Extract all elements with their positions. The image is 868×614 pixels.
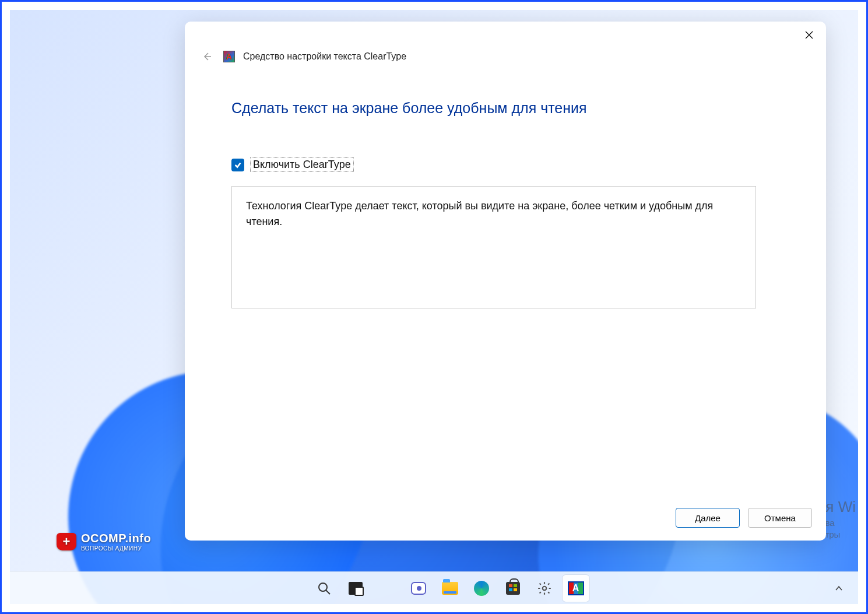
watermark-subtitle: ВОПРОСЫ АДМИНУ	[81, 545, 151, 552]
cancel-button[interactable]: Отмена	[748, 508, 812, 528]
watermark-title: OCOMP.info	[81, 532, 151, 545]
plus-badge-icon	[57, 533, 76, 550]
svg-point-5	[542, 586, 546, 590]
taskbar-center: A	[279, 575, 589, 602]
taskbar-start[interactable]	[279, 575, 306, 602]
taskbar-edge[interactable]	[468, 575, 495, 602]
dialog-body: Сделать текст на экране более удобным дл…	[185, 71, 826, 497]
screenshot-frame: OCOMP.info ВОПРОСЫ АДМИНУ Активация Wi Ч…	[0, 0, 868, 614]
taskbar-cleartype-tuner[interactable]: A	[563, 575, 589, 602]
checkmark-icon	[234, 161, 242, 169]
checkbox-label: Включить ClearType	[250, 157, 354, 172]
task-view-icon	[347, 580, 364, 597]
svg-line-4	[326, 590, 330, 594]
next-button[interactable]: Далее	[676, 508, 740, 528]
folder-icon	[442, 580, 458, 597]
checkbox[interactable]	[231, 159, 244, 171]
chevron-up-icon	[835, 584, 843, 592]
back-button[interactable]	[199, 48, 215, 65]
page-heading: Сделать текст на экране более удобным дл…	[231, 100, 779, 117]
search-icon	[316, 580, 332, 597]
chat-icon	[410, 580, 427, 597]
dialog-title: Средство настройки текста ClearType	[243, 51, 406, 62]
cleartype-wizard-window: A Средство настройки текста ClearType Сд…	[185, 22, 826, 541]
enable-cleartype-option[interactable]: Включить ClearType	[231, 157, 779, 172]
description-text: Технология ClearType делает текст, котор…	[231, 186, 756, 308]
widgets-icon	[379, 581, 395, 596]
close-button[interactable]	[796, 24, 823, 45]
dialog-header: A Средство настройки текста ClearType	[185, 48, 826, 71]
taskbar-tray	[830, 580, 848, 597]
taskbar-settings[interactable]	[531, 575, 558, 602]
titlebar	[185, 22, 826, 48]
windows-icon	[284, 580, 301, 597]
store-icon	[505, 580, 521, 597]
edge-icon	[473, 580, 490, 597]
tray-overflow-button[interactable]	[830, 580, 848, 597]
taskbar-task-view[interactable]	[342, 575, 369, 602]
cleartype-icon: A	[568, 580, 584, 597]
desktop: OCOMP.info ВОПРОСЫ АДМИНУ Активация Wi Ч…	[10, 10, 858, 604]
taskbar-file-explorer[interactable]	[437, 575, 463, 602]
arrow-left-icon	[202, 51, 212, 62]
taskbar: A	[10, 571, 858, 604]
taskbar-store[interactable]	[500, 575, 526, 602]
gear-icon	[536, 580, 553, 597]
svg-point-3	[319, 583, 327, 591]
site-watermark: OCOMP.info ВОПРОСЫ АДМИНУ	[57, 532, 151, 552]
taskbar-widgets[interactable]	[374, 575, 400, 602]
close-icon	[805, 31, 813, 39]
dialog-footer: Далее Отмена	[185, 497, 826, 541]
taskbar-search[interactable]	[311, 575, 338, 602]
taskbar-chat[interactable]	[405, 575, 432, 602]
cleartype-app-icon: A	[223, 51, 235, 62]
